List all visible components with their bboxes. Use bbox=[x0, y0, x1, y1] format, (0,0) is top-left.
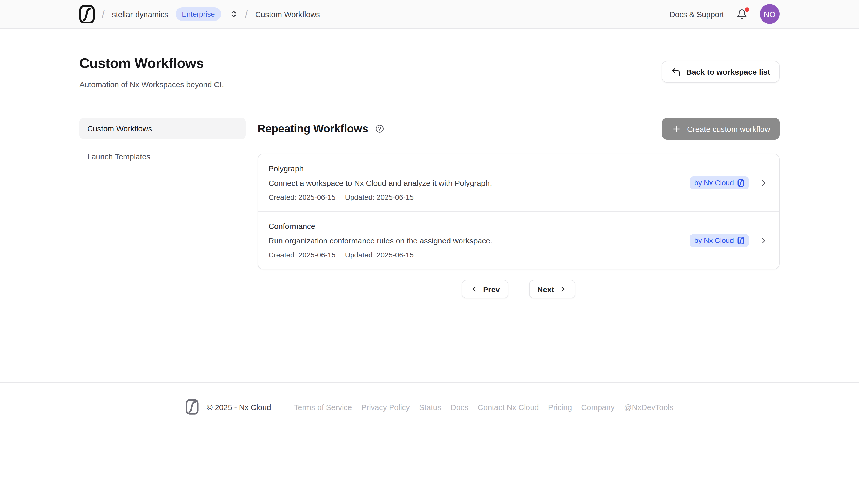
next-button-label: Next bbox=[537, 285, 554, 293]
sidebar-item-label: Custom Workflows bbox=[87, 124, 152, 133]
footer-links: Terms of Service Privacy Policy Status D… bbox=[294, 402, 673, 411]
workflow-row-polygraph[interactable]: Polygraph Connect a workspace to Nx Clou… bbox=[258, 154, 779, 211]
section-heading: Repeating Workflows bbox=[258, 122, 368, 135]
workspace-selector-icon[interactable] bbox=[229, 10, 238, 18]
by-nx-cloud-badge[interactable]: by Nx Cloud bbox=[690, 176, 749, 189]
next-button[interactable]: Next bbox=[529, 280, 575, 299]
create-button-label: Create custom workflow bbox=[687, 124, 770, 133]
footer-row: © 2025 - Nx Cloud Terms of Service Priva… bbox=[0, 399, 859, 415]
section-heading-wrap: Repeating Workflows bbox=[258, 122, 384, 135]
chevron-left-icon bbox=[470, 285, 478, 293]
workflow-info: Polygraph Connect a workspace to Nx Clou… bbox=[269, 164, 679, 202]
workflow-row-right: by Nx Cloud bbox=[679, 234, 769, 247]
help-icon[interactable] bbox=[375, 124, 384, 133]
copyright-text: © 2025 - Nx Cloud bbox=[207, 402, 271, 411]
back-to-workspace-list-button[interactable]: Back to workspace list bbox=[662, 61, 780, 82]
workflow-row-right: by Nx Cloud bbox=[679, 176, 769, 189]
prev-button-label: Prev bbox=[483, 285, 500, 293]
workflow-title: Conformance bbox=[269, 221, 679, 231]
workflow-updated: Updated: 2025-06-15 bbox=[345, 193, 414, 202]
nx-logo-icon[interactable] bbox=[79, 5, 94, 23]
top-navbar: / stellar-dynamics Enterprise / Custom W… bbox=[0, 0, 859, 29]
sidebar-item-custom-workflows[interactable]: Custom Workflows bbox=[79, 118, 246, 139]
page-header: Custom Workflows Automation of Nx Worksp… bbox=[79, 29, 780, 90]
footer-link-privacy[interactable]: Privacy Policy bbox=[361, 402, 410, 411]
by-nx-cloud-badge[interactable]: by Nx Cloud bbox=[690, 234, 749, 247]
workflow-description: Run organization conformance rules on th… bbox=[269, 236, 679, 246]
main-column: Repeating Workflows bbox=[258, 118, 780, 299]
footer-link-company[interactable]: Company bbox=[581, 402, 614, 411]
create-custom-workflow-button[interactable]: Create custom workflow bbox=[662, 118, 780, 140]
breadcrumb-page: Custom Workflows bbox=[255, 10, 320, 18]
nx-logo-icon bbox=[737, 179, 744, 187]
badge-label: by Nx Cloud bbox=[694, 179, 734, 187]
breadcrumb-workspace[interactable]: stellar-dynamics bbox=[112, 10, 168, 18]
breadcrumb-separator: / bbox=[102, 8, 105, 20]
breadcrumb-separator: / bbox=[245, 8, 248, 20]
page-title-block: Custom Workflows Automation of Nx Worksp… bbox=[79, 55, 224, 90]
navbar-right: Docs & Support NO bbox=[669, 4, 780, 24]
chevron-right-icon bbox=[759, 235, 769, 245]
pagination: Prev Next bbox=[258, 280, 780, 299]
content-columns: Custom Workflows Launch Templates Repeat… bbox=[79, 118, 780, 299]
page-subtitle: Automation of Nx Workspaces beyond CI. bbox=[79, 79, 224, 90]
footer-link-pricing[interactable]: Pricing bbox=[548, 402, 572, 411]
workflow-created: Created: 2025-06-15 bbox=[269, 250, 335, 260]
avatar[interactable]: NO bbox=[760, 4, 780, 24]
section-header: Repeating Workflows bbox=[258, 118, 780, 140]
navbar-inner: / stellar-dynamics Enterprise / Custom W… bbox=[79, 0, 780, 28]
prev-button[interactable]: Prev bbox=[462, 280, 508, 299]
workflow-meta: Created: 2025-06-15 Updated: 2025-06-15 bbox=[269, 250, 679, 260]
footer: © 2025 - Nx Cloud Terms of Service Priva… bbox=[0, 382, 859, 415]
app-root: / stellar-dynamics Enterprise / Custom W… bbox=[0, 0, 859, 504]
workflow-meta: Created: 2025-06-15 Updated: 2025-06-15 bbox=[269, 193, 679, 202]
workflow-row-conformance[interactable]: Conformance Run organization conformance… bbox=[258, 211, 779, 269]
sidebar-item-launch-templates[interactable]: Launch Templates bbox=[79, 146, 246, 167]
workflow-info: Conformance Run organization conformance… bbox=[269, 221, 679, 260]
footer-link-contact[interactable]: Contact Nx Cloud bbox=[478, 402, 539, 411]
workflow-created: Created: 2025-06-15 bbox=[269, 193, 335, 202]
nx-logo-icon bbox=[186, 399, 199, 415]
workflow-list: Polygraph Connect a workspace to Nx Clou… bbox=[258, 154, 780, 270]
back-button-label: Back to workspace list bbox=[686, 67, 770, 76]
badge-label: by Nx Cloud bbox=[694, 236, 734, 244]
back-arrow-icon bbox=[671, 67, 681, 77]
page-title: Custom Workflows bbox=[79, 55, 224, 72]
notifications-button[interactable] bbox=[736, 9, 747, 19]
nx-logo-icon bbox=[737, 236, 744, 244]
chevron-right-icon bbox=[759, 178, 769, 188]
sidebar-item-label: Launch Templates bbox=[87, 152, 150, 161]
footer-link-status[interactable]: Status bbox=[419, 402, 441, 411]
footer-link-nxdevtools[interactable]: @NxDevTools bbox=[624, 402, 674, 411]
workflow-updated: Updated: 2025-06-15 bbox=[345, 250, 414, 260]
footer-link-terms[interactable]: Terms of Service bbox=[294, 402, 352, 411]
docs-support-link[interactable]: Docs & Support bbox=[669, 10, 724, 18]
workflow-description: Connect a workspace to Nx Cloud and anal… bbox=[269, 178, 679, 188]
sidebar: Custom Workflows Launch Templates bbox=[79, 118, 246, 299]
plus-icon bbox=[672, 124, 681, 134]
workflow-title: Polygraph bbox=[269, 164, 679, 174]
notification-dot bbox=[745, 7, 750, 12]
plan-badge: Enterprise bbox=[176, 7, 221, 21]
chevron-right-icon bbox=[559, 285, 567, 293]
footer-link-docs[interactable]: Docs bbox=[451, 402, 468, 411]
page-container: Custom Workflows Automation of Nx Worksp… bbox=[79, 29, 780, 299]
